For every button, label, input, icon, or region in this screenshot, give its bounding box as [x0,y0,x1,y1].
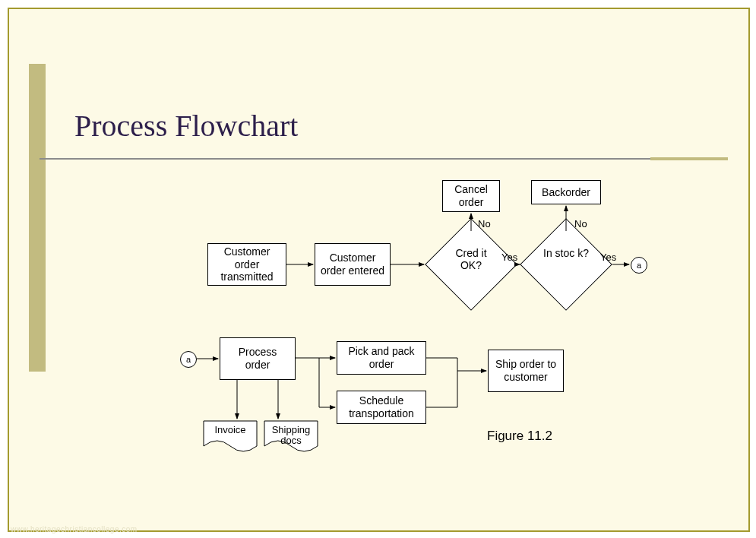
decision-in-stock-label: In stoc k? [543,247,589,259]
figure-caption: Figure 11.2 [487,429,552,444]
node-schedule-transport: Schedule transportation [337,391,426,424]
connector-a-bottom: a [180,351,197,368]
node-process-order: Process order [220,337,296,380]
label-no-credit: No [478,218,491,229]
watermark-text: www.heritagechristiancollege.com [11,525,138,533]
node-pick-pack: Pick and pack order [337,341,426,375]
doc-shipping-docs-label: Shipping docs [264,425,318,447]
node-cancel-order: Cancel order [442,180,500,212]
node-customer-order-entered: Customer order entered [315,243,391,286]
label-yes-stock: Yes [600,252,616,263]
decision-in-stock [520,218,612,311]
label-no-stock: No [574,218,587,229]
slide-frame: Process Flowchart Cancel order Backorder… [8,8,750,532]
connector-a-top: a [631,257,647,274]
node-ship-to-customer: Ship order to customer [488,350,564,392]
doc-invoice: Invoice [203,420,258,455]
node-customer-order-transmitted: Customer order transmitted [207,243,286,286]
label-yes-credit: Yes [501,252,517,263]
doc-shipping-docs: Shipping docs [264,420,318,455]
node-backorder: Backorder [531,180,601,204]
decision-credit-ok-label: Cred it OK? [448,247,494,271]
doc-invoice-label: Invoice [203,425,258,435]
flowchart-canvas: Cancel order Backorder Customer order tr… [9,9,748,530]
